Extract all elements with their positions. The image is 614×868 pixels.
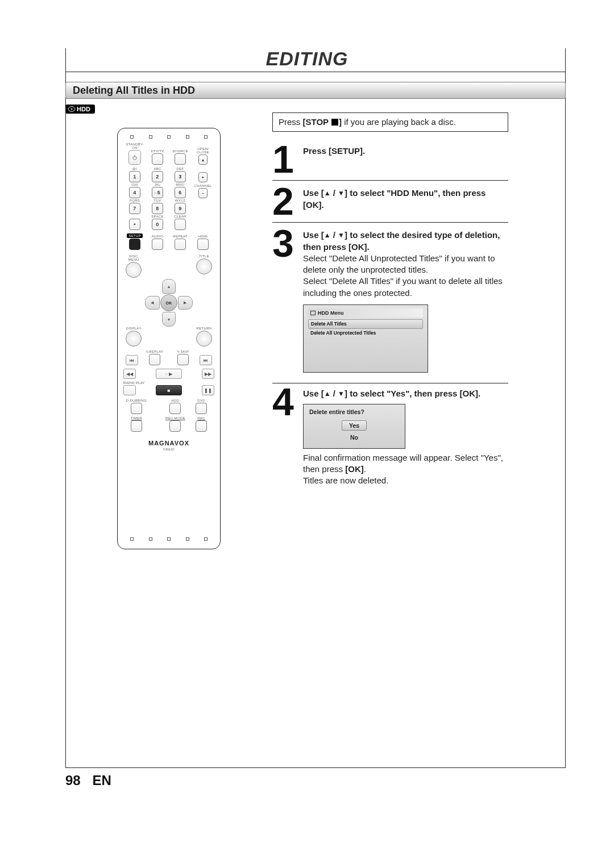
title-button[interactable] — [196, 258, 212, 274]
rec-button.

[interactable] — [196, 420, 207, 432]
open-close-button[interactable]: ▲ — [198, 155, 208, 165]
channel-up-button[interactable]: + — [198, 172, 208, 182]
stop-button[interactable]: ■ — [156, 385, 182, 395]
step-3: 3 Use [▲ / ▼] to select the desired type… — [272, 225, 508, 381]
return-button[interactable] — [196, 331, 212, 347]
note-post: if you are playing back a disc. — [342, 117, 456, 127]
down-arrow-icon: ▼ — [338, 231, 345, 239]
ok-button[interactable]: OK — [160, 294, 177, 311]
label-setup: SETUP — [127, 233, 143, 238]
key-dot[interactable]: • — [129, 219, 140, 230]
up-arrow-icon: ▲ — [324, 231, 331, 239]
osd-item-delete-all-unprotected[interactable]: Delete All Unprotected Titles — [308, 329, 423, 337]
dtv-tv-button[interactable] — [152, 153, 163, 165]
rec-mode-button[interactable] — [169, 420, 181, 432]
remote-bottom-dots — [123, 536, 214, 544]
dpad-right-button[interactable]: ▶ — [178, 296, 193, 310]
timer-button[interactable] — [131, 420, 142, 432]
instructions-column: Press [STOP ] if you are playing back a … — [272, 112, 508, 494]
page-rule-top — [65, 72, 566, 72]
rapid-play-button[interactable] — [123, 385, 136, 395]
label-rapid-play: RAPID PLAY — [123, 381, 214, 385]
down-arrow-icon: ▼ — [338, 189, 345, 197]
disc-menu-button[interactable] — [126, 262, 142, 278]
hdmi-button[interactable] — [197, 239, 209, 250]
page-footer: 98 EN — [65, 773, 111, 788]
page-lang: EN — [92, 773, 111, 788]
osd-hdd-menu: HDD Menu Delete All Titles Delete All Un… — [303, 304, 428, 373]
vskip-button[interactable] — [177, 354, 189, 365]
step-3-body-2: Select "Delete All Titles" if you want t… — [303, 276, 508, 299]
dpad-down-button[interactable]: ▼ — [162, 312, 176, 327]
up-arrow-icon: ▲ — [324, 390, 331, 398]
repeat-button[interactable] — [175, 239, 186, 250]
step-4-body-1: Final confirmation message will appear. … — [303, 452, 508, 475]
source-button[interactable] — [175, 153, 186, 165]
step-4-body-2: Titles are now deleted. — [303, 475, 508, 486]
pause-button[interactable]: ❚❚ — [202, 385, 214, 395]
step-4-head: Use [▲ / ▼] to select "Yes", then press … — [303, 388, 508, 399]
fastfwd-button[interactable]: ▶▶ — [202, 369, 214, 379]
key-3[interactable]: 3 — [175, 171, 186, 182]
hdd-badge: HDD — [65, 105, 95, 114]
clear-button[interactable] — [175, 219, 186, 230]
setup-button[interactable] — [129, 239, 140, 250]
hdd-badge-label: HDD — [77, 106, 90, 112]
channel-down-button[interactable]: − — [198, 188, 208, 198]
up-arrow-icon: ▲ — [324, 189, 331, 197]
tv-icon — [310, 311, 316, 315]
play-button[interactable]: ○▶ — [156, 369, 182, 379]
dpad-left-button[interactable]: ◀ — [145, 296, 160, 310]
step-2-number: 2 — [272, 186, 303, 216]
step-3-number: 3 — [272, 228, 303, 375]
section-bar: Deleting All Titles in HDD — [65, 82, 566, 99]
skip-prev-button[interactable]: ⏮ — [126, 355, 138, 365]
dialog-option-no[interactable]: No — [342, 433, 367, 442]
key-2[interactable]: 2 — [152, 171, 163, 182]
rewind-button[interactable]: ◀◀ — [123, 369, 136, 379]
page-rule-bottom — [65, 767, 566, 768]
step-4: 4 Use [▲ / ▼] to select "Yes", then pres… — [272, 383, 508, 493]
label-openclose: OPEN/ CLOSE — [197, 147, 209, 154]
audio-button[interactable] — [152, 239, 163, 250]
remote-brand: MAGNAVOX — [123, 440, 214, 446]
chapter-title: EDITING — [0, 48, 614, 70]
label-dtvtv: DTV/TV — [151, 149, 164, 153]
skip-next-button[interactable]: ⏭ — [200, 355, 212, 365]
page-number: 98 — [65, 773, 81, 788]
step-1: 1 Press [SETUP]. — [272, 141, 508, 181]
key-9[interactable]: 9 — [175, 203, 186, 214]
remote-top-dots — [123, 134, 214, 142]
step-2-head: Use [▲ / ▼] to select "HDD Menu", then p… — [303, 187, 508, 211]
key-1[interactable]: 1 — [129, 171, 140, 182]
step-2: 2 Use [▲ / ▼] to select "HDD Menu", then… — [272, 183, 508, 223]
disc-icon — [68, 106, 76, 112]
remote-model: NB820 — [123, 448, 214, 451]
page-rule-right — [565, 48, 566, 768]
display-button[interactable] — [126, 331, 142, 347]
step-1-number: 1 — [272, 144, 303, 174]
dpad-up-button[interactable]: ▲ — [162, 279, 176, 294]
vreplay-button[interactable] — [149, 354, 160, 365]
key-7[interactable]: 7 — [129, 203, 140, 214]
remote-control: STANDBY-ON DTV/TV SOURCE OPEN/ CLOSE▲ @/… — [117, 128, 221, 549]
key-6[interactable]: 6 — [175, 187, 186, 198]
osd-item-delete-all-titles[interactable]: Delete All Titles — [308, 319, 423, 329]
key-0[interactable]: 0 — [152, 219, 163, 230]
osd-menu-title: HDD Menu — [318, 310, 344, 316]
dubbing-button[interactable] — [131, 403, 142, 414]
standby-on-button[interactable] — [128, 150, 141, 165]
step-1-head: Press [SETUP]. — [303, 145, 508, 157]
dpad: ▲ ▼ ◀ ▶ OK — [145, 279, 193, 327]
note-pre: Press — [279, 117, 303, 127]
step-4-number: 4 — [272, 387, 303, 487]
note-button-label: [STOP — [303, 117, 331, 127]
svg-point-1 — [70, 108, 72, 110]
key-4[interactable]: 4 — [129, 187, 140, 198]
label-standby: STANDBY-ON — [123, 143, 146, 149]
key-8[interactable]: 8 — [152, 203, 163, 214]
dvd-button[interactable] — [196, 403, 207, 414]
hdd-button[interactable] — [169, 403, 181, 414]
dialog-option-yes[interactable]: Yes — [342, 420, 367, 431]
key-5[interactable]: ○5 — [152, 187, 163, 198]
